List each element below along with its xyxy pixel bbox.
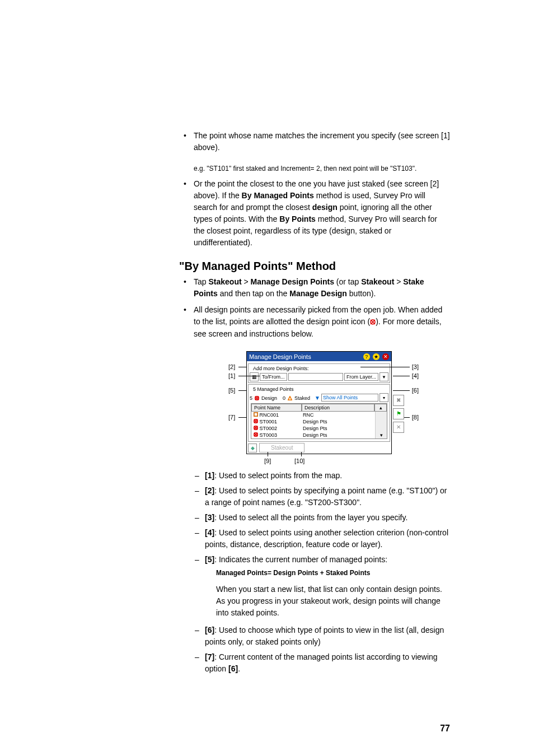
filter-arrow[interactable]: ▾ [380, 393, 388, 402]
desc-6: [6]: Used to choose which type of points… [194, 624, 450, 648]
example-text: e.g. "ST101" first staked and Increment=… [194, 165, 450, 172]
stakeout-button[interactable]: Stakeout [259, 443, 305, 452]
formula: Managed Points= Design Points + Staked P… [216, 568, 450, 578]
cell-desc: Design Pts [301, 418, 375, 425]
callout-10: [10] [294, 458, 305, 464]
section-heading: "By Managed Points" Method [179, 260, 450, 273]
help-icon[interactable]: ? [363, 353, 370, 360]
design-point-icon [370, 316, 376, 328]
svg-marker-6 [288, 396, 292, 400]
text: (or tap [334, 277, 361, 286]
col-description[interactable]: Description [302, 404, 374, 412]
callout-8: [8] [412, 414, 419, 421]
filter-icon[interactable]: ▼ [315, 395, 320, 401]
text: Tap [194, 277, 208, 286]
callout-6: [6] [412, 387, 419, 394]
cell-name: ST0002 [251, 425, 301, 432]
col-point-name[interactable]: Point Name [251, 404, 302, 412]
scrollbar[interactable] [375, 425, 387, 432]
callout-7: [7] [228, 414, 235, 421]
bullet-increment: The point whose name matches the increme… [179, 130, 450, 153]
bullet-closest: Or the point the closest to the one you … [179, 178, 450, 249]
callout-3: [3] [412, 363, 419, 370]
callout-4: [4] [412, 372, 419, 379]
points-table: Point Name Description ▴ RNC001RNC ST000… [251, 403, 387, 439]
text: > [242, 277, 251, 286]
callout-2: [2] [228, 363, 235, 370]
scrollbar[interactable] [375, 418, 387, 425]
desc-3: [3]: Used to select all the points from … [194, 512, 450, 524]
fromlayer-button[interactable]: From Layer... [344, 373, 378, 381]
window-title: Manage Design Points [249, 353, 311, 360]
mp-section-label: 5 Managed Points [252, 386, 295, 392]
bold: Manage Design [289, 289, 347, 298]
point-name-input[interactable] [288, 373, 343, 381]
scroll-up[interactable]: ▴ [374, 404, 387, 412]
callout-9: [9] [264, 458, 271, 464]
desc-4: [4]: Used to select points using another… [194, 527, 450, 550]
desc-1: [1]: Used to select points from the map. [194, 470, 450, 482]
side-clear-icon[interactable]: ✕ [393, 422, 404, 433]
window-titlebar: Manage Design Points ? ★ ✕ [247, 352, 391, 362]
table-row[interactable]: ST0001Design Pts [251, 418, 387, 425]
criteria-dropdown[interactable]: ▼ [380, 372, 388, 381]
cell-name: RNC001 [251, 412, 301, 418]
cell-name: ST0003 [251, 432, 301, 438]
callout-5: [5] [228, 387, 235, 394]
cell-desc: RNC [301, 412, 375, 418]
bold: design [312, 203, 338, 212]
table-row[interactable]: ST0002Design Pts [251, 425, 387, 432]
bold: By Managed Points [242, 191, 314, 200]
close-icon[interactable]: ✕ [382, 353, 389, 360]
cell-name: ST0001 [251, 418, 301, 425]
cell-desc: Design Pts [301, 432, 375, 438]
table-row[interactable]: RNC001RNC [251, 412, 387, 418]
desc-5: [5]: Indicates the current number of man… [194, 554, 450, 619]
bold: Stakeout [361, 277, 394, 286]
star-icon[interactable]: ★ [373, 353, 380, 360]
cell-desc: Design Pts [301, 425, 375, 432]
scrollbar[interactable]: ▾ [375, 432, 387, 438]
legend-staked: 0 Staked [283, 395, 310, 401]
desc-2: [2]: Used to select points by specifying… [194, 485, 450, 508]
desc-7: [7]: Current content of the managed poin… [194, 651, 450, 675]
map-button[interactable]: ◆ [248, 444, 257, 452]
desc-5-note: When you start a new list, that list can… [216, 584, 450, 619]
bold: Manage Design Points [251, 277, 334, 286]
page-number: 77 [440, 724, 450, 734]
add-section-label: Add more Design Points: [252, 366, 310, 371]
svg-rect-7 [254, 413, 257, 416]
bold: Stakeout [208, 277, 241, 286]
map-icon[interactable]: ▦ [250, 372, 259, 381]
text: and then tap on the [218, 289, 289, 298]
ui-screenshot: [2] [1] [5] [7] [3] [4] [6] [8] [9] [10]… [246, 351, 392, 455]
text: The point whose name matches the increme… [194, 131, 450, 152]
bullet-tap-path: Tap Stakeout > Manage Design Points (or … [179, 276, 450, 300]
tofrom-button[interactable]: To/From... [260, 373, 287, 381]
legend-design: 5 Design [250, 395, 277, 401]
callout-1: [1] [228, 372, 235, 379]
table-row[interactable]: ST0003Design Pts▾ [251, 432, 387, 438]
bold: By Points [279, 214, 316, 223]
bullet-design-points: All design points are necessarily picked… [179, 304, 450, 340]
scrollbar[interactable] [375, 412, 387, 418]
side-delete-icon[interactable]: ✖ [393, 395, 404, 406]
text: > [394, 277, 403, 286]
side-flag-icon[interactable]: ⚑ [393, 408, 404, 419]
filter-dropdown[interactable]: Show All Points [321, 394, 378, 402]
text: button). [347, 289, 376, 298]
